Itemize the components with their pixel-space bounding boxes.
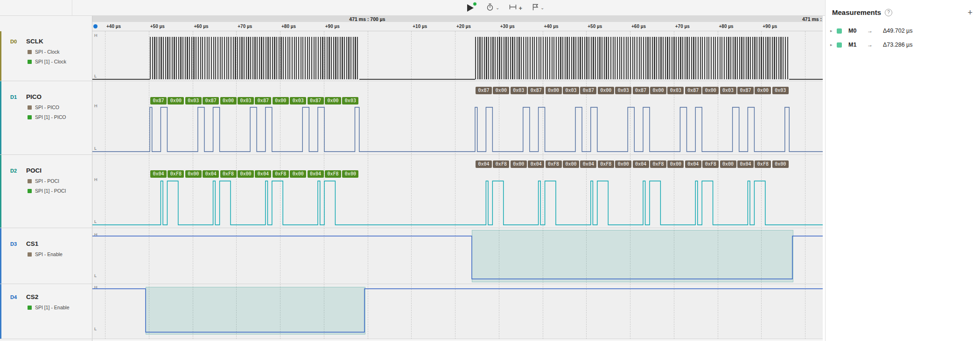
spi-byte-annotation[interactable]: 0x87 <box>580 87 596 94</box>
analyzer-legend-item[interactable]: SPI [1] - PICO <box>28 114 92 120</box>
analyzer-legend-item[interactable]: SPI [1] - Clock <box>28 59 92 64</box>
analyzer-legend-item[interactable]: SPI [1] - POCI <box>28 188 92 194</box>
spi-byte-annotation[interactable]: 0xF8 <box>598 160 614 168</box>
help-icon[interactable]: ? <box>885 9 892 16</box>
waveform-row-cs1[interactable]: HL <box>92 228 823 284</box>
spi-byte-annotation[interactable]: 0x87 <box>685 87 701 94</box>
spi-byte-annotation[interactable]: 0x04 <box>150 170 167 178</box>
waveform-row-cs2[interactable]: HL <box>92 284 823 339</box>
spi-byte-annotation[interactable]: 0x00 <box>667 160 684 168</box>
spi-byte-annotation[interactable]: 0x03 <box>342 97 358 104</box>
channel-id: D2 <box>10 168 26 174</box>
spi-byte-annotation[interactable]: 0x00 <box>493 87 509 94</box>
spi-byte-annotation[interactable]: 0x04 <box>685 160 701 168</box>
expand-caret-icon[interactable]: ▸ <box>830 28 837 33</box>
spi-byte-annotation[interactable]: 0x00 <box>511 160 527 168</box>
annotation-flag-control[interactable]: ⌄ <box>532 3 544 13</box>
spi-byte-annotation[interactable]: 0x00 <box>702 87 719 94</box>
expand-caret-icon[interactable]: ▸ <box>830 42 837 47</box>
spi-byte-annotation[interactable]: 0x87 <box>203 97 219 104</box>
channel-label-cs1[interactable]: D3CS1SPI - Enable <box>0 228 92 284</box>
timeline-ruler[interactable]: 471 ms : 700 µs 471 ms : +40 µs+50 µs+60… <box>92 16 823 31</box>
spi-byte-annotation[interactable]: 0x04 <box>203 170 219 178</box>
spi-byte-annotation[interactable]: 0x03 <box>772 87 789 94</box>
spi-byte-annotation[interactable]: 0xF8 <box>325 170 341 178</box>
spi-byte-annotation[interactable]: 0x00 <box>238 170 254 178</box>
spi-byte-annotation[interactable]: 0x87 <box>737 87 754 94</box>
horizontal-scrollbar-track[interactable] <box>92 339 823 341</box>
spi-byte-annotation[interactable]: 0x03 <box>720 87 736 94</box>
channel-label-poci[interactable]: D2POCISPI - POCISPI [1] - POCI <box>0 155 92 228</box>
spi-byte-annotation[interactable]: 0x04 <box>255 170 271 178</box>
spi-byte-annotation[interactable]: 0x87 <box>308 97 324 104</box>
spi-byte-annotation[interactable]: 0x04 <box>308 170 324 178</box>
spi-byte-annotation[interactable]: 0xF8 <box>168 170 184 178</box>
spi-byte-annotation[interactable]: 0x04 <box>580 160 596 168</box>
spi-byte-annotation[interactable]: 0x00 <box>720 160 736 168</box>
spi-byte-annotation[interactable]: 0xF8 <box>755 160 771 168</box>
analyzer-legend-item[interactable]: SPI - Enable <box>28 251 92 257</box>
analyzer-legend-item[interactable]: SPI - PICO <box>28 104 92 110</box>
spi-byte-annotation[interactable]: 0x04 <box>528 160 544 168</box>
spi-byte-annotation[interactable]: 0x00 <box>772 160 789 168</box>
spi-byte-annotation[interactable]: 0x00 <box>598 87 614 94</box>
spi-byte-annotation[interactable]: 0x87 <box>476 87 492 94</box>
analyzer-legend-item[interactable]: SPI [1] - Enable <box>28 305 92 310</box>
spi-byte-annotation[interactable]: 0xF8 <box>546 160 562 168</box>
spi-byte-annotation[interactable]: 0xF8 <box>493 160 509 168</box>
spi-byte-annotation[interactable]: 0x00 <box>290 170 306 178</box>
spi-byte-annotation[interactable]: 0xF8 <box>273 170 289 178</box>
spi-byte-annotation[interactable]: 0x00 <box>615 160 631 168</box>
spi-byte-annotation[interactable]: 0x00 <box>168 97 184 104</box>
spi-byte-annotation[interactable]: 0xF8 <box>220 170 237 178</box>
spi-byte-annotation[interactable]: 0x03 <box>615 87 631 94</box>
capture-settings-control[interactable]: ⌄ <box>486 3 499 13</box>
spi-byte-annotation[interactable]: 0x00 <box>755 87 771 94</box>
channel-label-cs2[interactable]: D4CS2SPI [1] - Enable <box>0 284 92 339</box>
spi-byte-annotation[interactable]: 0x87 <box>150 97 167 104</box>
channel-header: D1PICO <box>0 81 92 100</box>
spi-byte-annotation[interactable]: 0x03 <box>667 87 684 94</box>
waveform-area[interactable]: 471 ms : 700 µs 471 ms : +40 µs+50 µs+60… <box>92 16 823 341</box>
idle-low-line <box>789 79 823 80</box>
spi-byte-annotation[interactable]: 0x03 <box>511 87 527 94</box>
analyzer-legend-item[interactable]: SPI - POCI <box>28 178 92 184</box>
analyzer-color-icon <box>28 189 32 193</box>
spi-byte-annotation[interactable]: 0x03 <box>563 87 579 94</box>
spi-byte-annotation[interactable]: 0x04 <box>633 160 649 168</box>
spi-byte-annotation[interactable]: 0x00 <box>185 170 202 178</box>
waveform-row-pico[interactable]: HL0x870x000x030x870x000x030x870x000x030x… <box>92 81 823 155</box>
spi-byte-annotation[interactable]: 0xF8 <box>650 160 666 168</box>
spi-byte-annotation[interactable]: 0x87 <box>528 87 544 94</box>
spi-byte-annotation[interactable]: 0x03 <box>290 97 306 104</box>
measurement-row-m0[interactable]: ▸ M0 → Δ49.702 µs <box>826 24 980 38</box>
spi-byte-annotation[interactable]: 0x04 <box>476 160 492 168</box>
spi-byte-annotation[interactable]: 0x03 <box>185 97 202 104</box>
channel-label-pico[interactable]: D1PICOSPI - PICOSPI [1] - PICO <box>0 81 92 155</box>
arrow-icon: → <box>867 28 883 34</box>
measure-caliper-icon <box>509 3 517 13</box>
waveform-row-sclk[interactable]: HL <box>92 31 823 81</box>
add-measurement-control[interactable]: + <box>509 3 522 13</box>
spi-byte-annotation[interactable]: 0x00 <box>273 97 289 104</box>
timeline-tick-label: +10 µs <box>413 24 427 29</box>
spi-byte-annotation[interactable]: 0x04 <box>737 160 754 168</box>
spi-byte-annotation[interactable]: 0x87 <box>255 97 271 104</box>
spi-byte-annotation[interactable]: 0x00 <box>563 160 579 168</box>
play-capture-button[interactable] <box>464 2 476 14</box>
spi-byte-annotation[interactable]: 0xF8 <box>702 160 719 168</box>
measurement-row-m1[interactable]: ▸ M1 → Δ73.286 µs <box>826 38 980 52</box>
spi-byte-annotation[interactable]: 0x00 <box>650 87 666 94</box>
spi-byte-annotation[interactable]: 0x00 <box>325 97 341 104</box>
add-measurement-button[interactable]: + <box>967 9 973 16</box>
spi-byte-annotation[interactable]: 0x87 <box>633 87 649 94</box>
spi-byte-annotation[interactable]: 0x00 <box>342 170 358 178</box>
analyzer-legend-item[interactable]: SPI - Clock <box>28 49 92 55</box>
channel-label-sclk[interactable]: D0SCLKSPI - ClockSPI [1] - Clock <box>0 31 92 81</box>
waveform-row-poci[interactable]: HL0x040xF80x000x040xF80x000x040xF80x000x… <box>92 155 823 228</box>
spi-byte-annotation[interactable]: 0x03 <box>238 97 254 104</box>
channel-header: D2POCI <box>0 155 92 174</box>
timeline-marker-dot[interactable] <box>93 24 98 28</box>
spi-byte-annotation[interactable]: 0x00 <box>546 87 562 94</box>
spi-byte-annotation[interactable]: 0x00 <box>220 97 237 104</box>
